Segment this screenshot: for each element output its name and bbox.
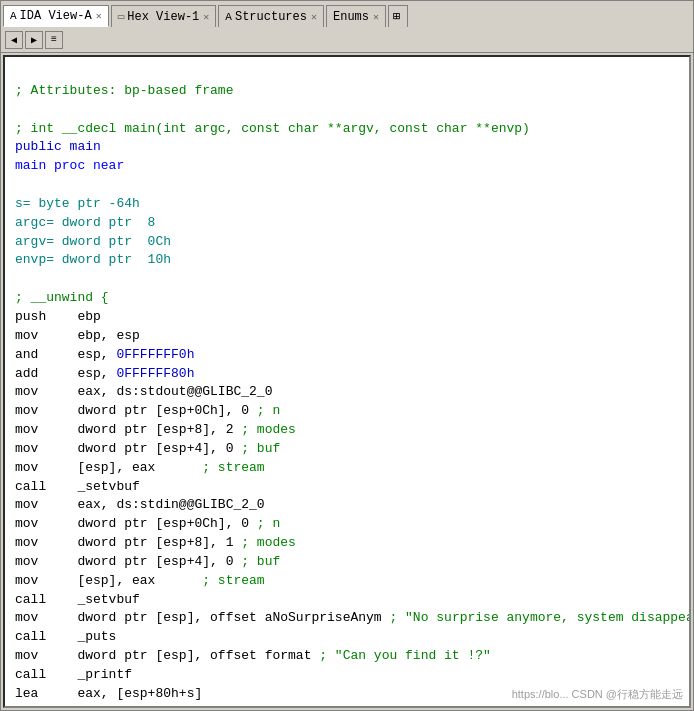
code-line: mov eax, ds:stdout@@GLIBC_2_0 <box>15 383 679 402</box>
code-line: call _setvbuf <box>15 591 679 610</box>
code-line: push ebp <box>15 308 679 327</box>
code-line: mov [esp], eax ; s <box>15 704 679 708</box>
code-line <box>15 101 679 120</box>
code-line: ; int __cdecl main(int argc, const char … <box>15 120 679 139</box>
code-line: and esp, 0FFFFFFF0h <box>15 346 679 365</box>
tab-label-structures: Structures <box>235 10 307 24</box>
tab-close-hex-view-1[interactable]: ✕ <box>203 11 209 23</box>
watermark: https://blo... CSDN @行稳方能走远 <box>512 687 683 702</box>
tab-icon-hex: ▭ <box>118 10 125 23</box>
code-line <box>15 63 679 82</box>
tab-ida-view-a[interactable]: A IDA View-A ✕ <box>3 5 109 27</box>
code-line: call _printf <box>15 666 679 685</box>
tab-label-hex-view-1: Hex View-1 <box>127 10 199 24</box>
code-line: envp= dword ptr 10h <box>15 251 679 270</box>
code-line: mov [esp], eax ; stream <box>15 459 679 478</box>
code-line: mov dword ptr [esp+8], 1 ; modes <box>15 534 679 553</box>
tab-label-ida-view-a: IDA View-A <box>20 9 92 23</box>
code-container: ; Attributes: bp-based frame ; int __cde… <box>1 53 693 710</box>
toolbar-btn-back[interactable]: ◀ <box>5 31 23 49</box>
code-area[interactable]: ; Attributes: bp-based frame ; int __cde… <box>3 55 691 708</box>
code-line: add esp, 0FFFFFF80h <box>15 365 679 384</box>
toolbar-btn-menu[interactable]: ≡ <box>45 31 63 49</box>
code-line: call _setvbuf <box>15 478 679 497</box>
main-window: A IDA View-A ✕ ▭ Hex View-1 ✕ A Structur… <box>0 0 694 711</box>
tab-bar: A IDA View-A ✕ ▭ Hex View-1 ✕ A Structur… <box>1 1 693 27</box>
code-line <box>15 270 679 289</box>
tab-enums[interactable]: Enums ✕ <box>326 5 386 27</box>
code-line <box>15 176 679 195</box>
tab-close-structures[interactable]: ✕ <box>311 11 317 23</box>
code-line: mov [esp], eax ; stream <box>15 572 679 591</box>
toolbar: ◀ ▶ ≡ <box>1 27 693 53</box>
code-line: argv= dword ptr 0Ch <box>15 233 679 252</box>
tab-icon-a: A <box>10 10 17 22</box>
code-line: mov dword ptr [esp+4], 0 ; buf <box>15 440 679 459</box>
code-line: ; __unwind { <box>15 289 679 308</box>
tab-close-enums[interactable]: ✕ <box>373 11 379 23</box>
toolbar-btn-forward[interactable]: ▶ <box>25 31 43 49</box>
code-line: mov dword ptr [esp+0Ch], 0 ; n <box>15 402 679 421</box>
code-line: mov eax, ds:stdin@@GLIBC_2_0 <box>15 496 679 515</box>
code-line: mov dword ptr [esp+8], 2 ; modes <box>15 421 679 440</box>
code-line: mov dword ptr [esp], offset format ; "Ca… <box>15 647 679 666</box>
code-line: argc= dword ptr 8 <box>15 214 679 233</box>
code-line: main proc near <box>15 157 679 176</box>
code-line: public main <box>15 138 679 157</box>
code-line: s= byte ptr -64h <box>15 195 679 214</box>
tab-structures[interactable]: A Structures ✕ <box>218 5 324 27</box>
code-line: mov dword ptr [esp+4], 0 ; buf <box>15 553 679 572</box>
code-line: ; Attributes: bp-based frame <box>15 82 679 101</box>
tab-icon-structures: A <box>225 11 232 23</box>
tab-hex-view-1[interactable]: ▭ Hex View-1 ✕ <box>111 5 217 27</box>
code-line: mov dword ptr [esp+0Ch], 0 ; n <box>15 515 679 534</box>
code-line: mov dword ptr [esp], offset aNoSurpriseA… <box>15 609 679 628</box>
tab-extra[interactable]: ⊞ <box>388 5 408 27</box>
tab-icon-extra: ⊞ <box>393 9 400 24</box>
code-line: call _puts <box>15 628 679 647</box>
tab-close-ida-view-a[interactable]: ✕ <box>96 10 102 22</box>
tab-label-enums: Enums <box>333 10 369 24</box>
code-line: mov ebp, esp <box>15 327 679 346</box>
